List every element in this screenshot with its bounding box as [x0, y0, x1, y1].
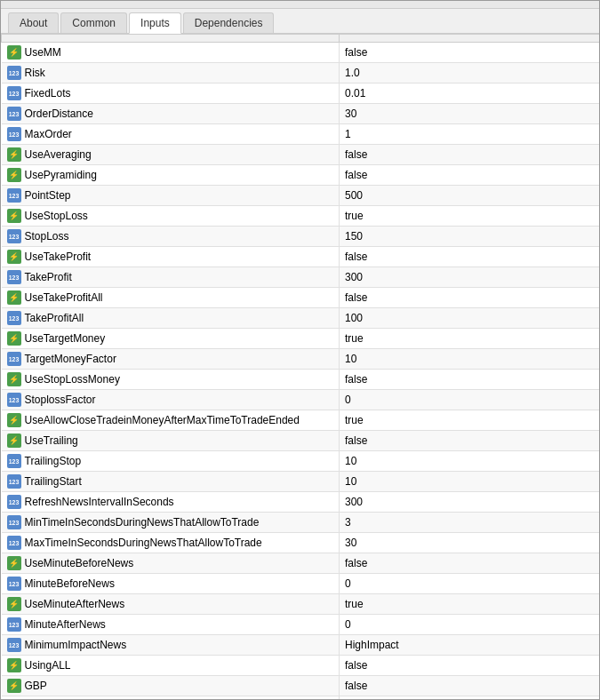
- table-row[interactable]: MaxOrder1: [2, 124, 600, 145]
- cell-value: 150: [340, 227, 600, 247]
- bool-icon: [7, 597, 21, 611]
- num-icon: [7, 393, 21, 407]
- cell-value: 0: [340, 390, 600, 410]
- variable-name: UseTrailing: [25, 434, 78, 447]
- bool-icon: [7, 331, 21, 346]
- num-icon: [7, 474, 21, 489]
- tab-dependencies[interactable]: Dependencies: [183, 12, 275, 33]
- table-row[interactable]: MinTimeInSecondsDuringNewsThatAllowToTra…: [2, 513, 600, 533]
- table-row[interactable]: UseAveragingfalse: [2, 145, 600, 165]
- table-container[interactable]: UseMMfalseRisk1.0FixedLots0.01OrderDista…: [1, 34, 599, 699]
- tab-inputs[interactable]: Inputs: [129, 12, 181, 34]
- table-row[interactable]: UseTakeProfitAllfalse: [2, 288, 600, 308]
- num-icon: [7, 107, 21, 121]
- table-row[interactable]: StoplossFactor0: [2, 390, 600, 410]
- variable-name: OrderDistance: [25, 107, 93, 120]
- table-row[interactable]: MinimumImpactNewsHighImpact: [2, 635, 600, 656]
- bool-icon: [7, 434, 21, 448]
- variable-name: UseTargetMoney: [25, 332, 106, 345]
- variable-name: StopLoss: [25, 230, 69, 243]
- cell-variable: UseTrailing: [2, 431, 340, 451]
- table-row[interactable]: RefreshNewsIntervalInSeconds300: [2, 492, 600, 513]
- cell-variable: UseMinuteAfterNews: [2, 594, 340, 615]
- variable-name: MinimumImpactNews: [25, 639, 127, 651]
- cell-value: HighImpact: [340, 635, 600, 656]
- num-icon: [7, 638, 21, 652]
- table-row[interactable]: PointStep500: [2, 186, 600, 206]
- table-row[interactable]: UseMinuteBeforeNewsfalse: [2, 553, 600, 574]
- variable-name: Risk: [25, 67, 45, 79]
- cell-value: true: [340, 329, 600, 349]
- bool-icon: [7, 556, 21, 570]
- col-header-variable: [2, 35, 340, 43]
- cell-variable: RefreshNewsIntervalInSeconds: [2, 492, 340, 513]
- table-row[interactable]: UseStopLossMoneyfalse: [2, 370, 600, 390]
- num-icon: [7, 515, 21, 529]
- table-row[interactable]: MinuteAfterNews0: [2, 615, 600, 635]
- tab-common[interactable]: Common: [60, 12, 127, 33]
- variable-name: TakeProfit: [25, 271, 72, 283]
- cell-value: 10: [340, 472, 600, 492]
- table-row[interactable]: Risk1.0: [2, 63, 600, 84]
- table-row[interactable]: UseTargetMoneytrue: [2, 329, 600, 349]
- variable-name: UseMinuteBeforeNews: [25, 557, 134, 569]
- table-row[interactable]: GBPfalse: [2, 676, 600, 696]
- table-row[interactable]: TrailingStop10: [2, 451, 600, 472]
- table-row[interactable]: UseTrailingfalse: [2, 431, 600, 451]
- cell-value: false: [340, 288, 600, 308]
- cell-value: 30: [340, 104, 600, 124]
- variable-name: StoplossFactor: [25, 394, 96, 406]
- cell-value: false: [340, 676, 600, 696]
- table-row[interactable]: TakeProfitAll100: [2, 308, 600, 329]
- cell-variable: MinimumImpactNews: [2, 635, 340, 656]
- table-row[interactable]: MaxTimeInSecondsDuringNewsThatAllowToTra…: [2, 533, 600, 553]
- cell-value: false: [340, 247, 600, 267]
- cell-value: 500: [340, 186, 600, 206]
- table-row[interactable]: UseMinuteAfterNewstrue: [2, 594, 600, 615]
- num-icon: [7, 495, 21, 509]
- table-row[interactable]: UsingALLfalse: [2, 656, 600, 676]
- table-row[interactable]: FixedLots0.01: [2, 84, 600, 104]
- cell-value: false: [340, 553, 600, 574]
- content-area: UseMMfalseRisk1.0FixedLots0.01OrderDista…: [1, 34, 599, 699]
- variable-name: UseStopLoss: [25, 210, 88, 222]
- variable-name: MaxOrder: [25, 128, 72, 140]
- tab-about[interactable]: About: [8, 12, 59, 33]
- variable-name: UsingALL: [25, 659, 71, 672]
- table-row[interactable]: OrderDistance30: [2, 104, 600, 124]
- cell-variable: MaxOrder: [2, 124, 340, 145]
- cell-variable: PointStep: [2, 186, 340, 206]
- cell-value: 1.0: [340, 63, 600, 84]
- table-row[interactable]: UsePyramidingfalse: [2, 165, 600, 186]
- table-row[interactable]: TrailingStart10: [2, 472, 600, 492]
- variable-name: TrailingStart: [25, 475, 82, 488]
- variable-name: UseTakeProfitAll: [25, 291, 103, 304]
- table-row[interactable]: UseMMfalse: [2, 43, 600, 63]
- table-row[interactable]: TakeProfit300: [2, 267, 600, 288]
- cell-value: false: [340, 696, 600, 700]
- bool-icon: [7, 679, 21, 693]
- num-icon: [7, 536, 21, 550]
- num-icon: [7, 86, 21, 100]
- variable-name: TargetMoneyFactor: [25, 353, 116, 365]
- variable-name: UseAveraging: [25, 148, 92, 161]
- num-icon: [7, 454, 21, 468]
- cell-variable: UsingALL: [2, 656, 340, 676]
- cell-value: false: [340, 370, 600, 390]
- table-row[interactable]: CHFfalse: [2, 696, 600, 700]
- cell-variable: TakeProfitAll: [2, 308, 340, 329]
- table-row[interactable]: UseAllowCloseTradeinMoneyAfterMaxTimeToT…: [2, 410, 600, 431]
- bool-icon: [7, 209, 21, 223]
- cell-variable: OrderDistance: [2, 104, 340, 124]
- cell-value: false: [340, 145, 600, 165]
- table-row[interactable]: TargetMoneyFactor10: [2, 349, 600, 370]
- table-row[interactable]: StopLoss150: [2, 227, 600, 247]
- bool-icon: [7, 372, 21, 386]
- table-row[interactable]: UseTakeProfitfalse: [2, 247, 600, 267]
- num-icon: [7, 127, 21, 141]
- cell-variable: MinTimeInSecondsDuringNewsThatAllowToTra…: [2, 513, 340, 533]
- table-row[interactable]: UseStopLosstrue: [2, 206, 600, 227]
- main-window: About Common Inputs Dependencies: [0, 0, 600, 700]
- variable-name: MinuteAfterNews: [25, 618, 106, 631]
- table-row[interactable]: MinuteBeforeNews0: [2, 574, 600, 594]
